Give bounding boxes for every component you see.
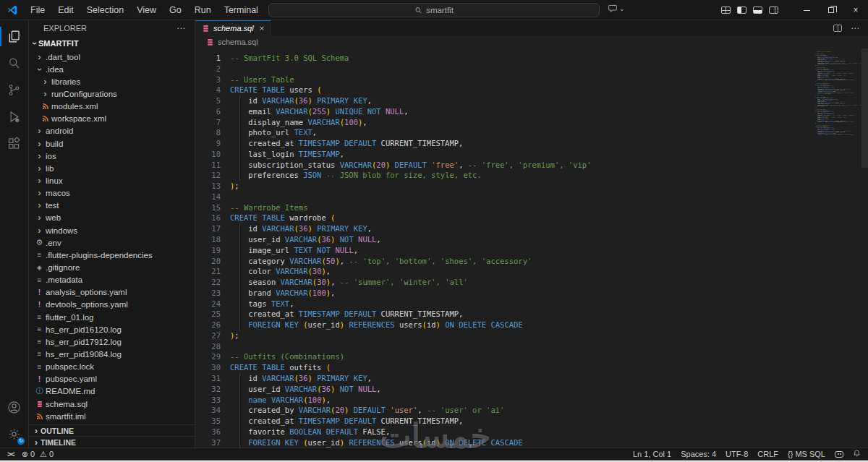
code-line[interactable]: 32 user_id VARCHAR(36) NOT NULL, (195, 384, 868, 395)
code-editor[interactable]: 1-- SmartFit 3.0 SQL Schema23-- Users Ta… (195, 48, 868, 448)
status-item--ms-sql[interactable]: {} MS SQL (788, 450, 825, 458)
code-line[interactable]: 5 id VARCHAR(36) PRIMARY KEY, (195, 95, 868, 106)
command-center-search[interactable]: smartfit (268, 3, 600, 17)
problems-indicator[interactable]: ⊗ 0 ⚠ 0 (22, 450, 54, 459)
code-line[interactable]: 33 name VARCHAR(100), (195, 395, 868, 406)
code-line[interactable]: 3-- Users Table (195, 74, 868, 85)
code-line[interactable]: 22 season VARCHAR(30), -- 'summer', 'win… (195, 277, 868, 288)
breadcrumb[interactable]: schema.sql (195, 35, 868, 48)
toggle-primary-sidebar-icon[interactable] (737, 7, 746, 14)
tree-item-runconfigurations[interactable]: ›runConfigurations (29, 87, 195, 100)
activity-settings-icon[interactable]: ↻ (0, 421, 28, 448)
toggle-secondary-sidebar-icon[interactable] (769, 7, 778, 14)
code-line[interactable]: 30CREATE TABLE outfits ( (195, 362, 868, 373)
code-line[interactable]: 36 favorite BOOLEAN DEFAULT FALSE, (195, 427, 868, 437)
tree-item-flutter-01-log[interactable]: ≡flutter_01.log (29, 311, 195, 323)
minimize-button[interactable] (794, 0, 819, 20)
tree-item-devtools-options-yaml[interactable]: !devtools_options.yaml (29, 299, 195, 311)
code-line[interactable]: 2 (195, 64, 868, 74)
tree-item--dart-tool[interactable]: ›.dart_tool (29, 51, 195, 63)
menu-item-selection[interactable]: Selection (80, 0, 130, 20)
menu-item-view[interactable]: View (130, 0, 163, 20)
workspace-root-folder[interactable]: › SMARTFIT (29, 36, 195, 51)
code-line[interactable]: 17 id VARCHAR(36) PRIMARY KEY, (195, 223, 868, 234)
status-item-utf-8[interactable]: UTF-8 (726, 450, 748, 458)
restore-button[interactable] (819, 0, 843, 20)
outline-section[interactable]: › OUTLINE (29, 424, 195, 436)
code-line[interactable]: 14 (195, 192, 868, 202)
code-line[interactable]: 35 created_at TIMESTAMP DEFAULT CURRENT_… (195, 416, 868, 427)
code-line[interactable]: 13); (195, 181, 868, 192)
tree-item-test[interactable]: ›test (29, 200, 195, 212)
close-button[interactable]: × (843, 0, 868, 20)
code-line[interactable]: 4CREATE TABLE users ( (195, 85, 868, 95)
activity-source-control-icon[interactable] (0, 77, 28, 103)
status-item-ln-1-col-1[interactable]: Ln 1, Col 1 (633, 450, 671, 458)
code-line[interactable]: 11 subscription_status VARCHAR(20) DEFAU… (195, 160, 868, 171)
code-line[interactable]: 31 id VARCHAR(36) PRIMARY KEY, (195, 373, 868, 384)
menu-item-go[interactable]: Go (163, 0, 188, 20)
code-line[interactable]: 29-- Outfits (Combinations) (195, 351, 868, 362)
tab-schema-sql[interactable]: schema.sql × (195, 20, 271, 35)
tree-item-build[interactable]: ›build (29, 137, 195, 150)
toggle-panel-icon[interactable] (753, 7, 762, 14)
code-line[interactable]: 18 user_id VARCHAR(36) NOT NULL, (195, 234, 868, 245)
tree-item-smartfit-iml[interactable]: smartfit.iml (29, 410, 195, 422)
customize-layout-icon[interactable] (721, 7, 731, 14)
tree-item-libraries[interactable]: ›libraries (29, 75, 195, 87)
status-item-crlf[interactable]: CRLF (757, 450, 778, 458)
tree-item-macos[interactable]: ›macos (29, 187, 195, 200)
code-line[interactable]: 20 category VARCHAR(50), -- 'top', 'bott… (195, 256, 868, 267)
code-line[interactable]: 16CREATE TABLE wardrobe ( (195, 213, 868, 223)
tab-close-icon[interactable]: × (260, 24, 264, 33)
code-line[interactable]: 12 preferences JSON -- JSON blob for siz… (195, 170, 868, 181)
code-line[interactable]: 25 created_at TIMESTAMP DEFAULT CURRENT_… (195, 309, 868, 320)
code-line[interactable]: 9 created_at TIMESTAMP DEFAULT CURRENT_T… (195, 138, 868, 149)
copilot-status-icon[interactable] (835, 451, 843, 458)
code-line[interactable]: 19 image_url TEXT NOT NULL, (195, 245, 868, 256)
tree-item--metadata[interactable]: ≡.metadata (29, 274, 195, 286)
tree-item-hs-err-pid16120-log[interactable]: ≡hs_err_pid16120.log (29, 323, 195, 335)
explorer-more-actions-icon[interactable]: ⋯ (176, 23, 186, 33)
tree-item-windows[interactable]: ›windows (29, 224, 195, 236)
code-line[interactable]: 7 display_name VARCHAR(100), (195, 117, 868, 128)
tree-item-schema-sql[interactable]: schema.sql (29, 398, 195, 410)
code-line[interactable]: 10 last_login TIMESTAMP, (195, 149, 868, 160)
split-editor-icon[interactable] (833, 25, 842, 32)
menu-item-edit[interactable]: Edit (51, 0, 80, 20)
code-line[interactable]: 6 email VARCHAR(255) UNIQUE NOT NULL, (195, 106, 868, 117)
activity-explorer-icon[interactable] (0, 23, 28, 50)
bell-icon[interactable] (853, 449, 861, 459)
tree-item--env[interactable]: ⚙.env (29, 236, 195, 249)
tree-item-android[interactable]: ›android (29, 125, 195, 137)
minimap[interactable]: -- SmartFit 3.0 SQL Schema-- Users Table… (815, 51, 861, 140)
code-line[interactable]: 24 tags TEXT, (195, 299, 868, 309)
code-line[interactable]: 34 created_by VARCHAR(20) DEFAULT 'user'… (195, 405, 868, 416)
code-line[interactable]: 37 FOREIGN KEY (user_id) REFERENCES user… (195, 437, 868, 448)
tree-item-hs-err-pid19084-log[interactable]: ≡hs_err_pid19084.log (29, 348, 195, 360)
tree-item--flutter-plugins-dependencies[interactable]: ≡.flutter-plugins-dependencies (29, 249, 195, 261)
tree-item-ios[interactable]: ›ios (29, 150, 195, 162)
menu-item-run[interactable]: Run (188, 0, 218, 20)
tree-item-readme-md[interactable]: ⓘREADME.md (29, 385, 195, 398)
activity-run-debug-icon[interactable] (0, 103, 28, 130)
tree-item-pubspec-lock[interactable]: ≡pubspec.lock (29, 361, 195, 373)
status-item-spaces-4[interactable]: Spaces: 4 (681, 450, 716, 458)
copilot-chat-button[interactable]: ⌄ (608, 4, 625, 13)
tree-item-web[interactable]: ›web (29, 212, 195, 224)
editor-more-actions-icon[interactable]: ⋯ (851, 23, 859, 33)
tree-item--gitignore[interactable]: ◈.gitignore (29, 261, 195, 273)
code-line[interactable]: 28 (195, 341, 868, 352)
activity-account-icon[interactable] (0, 394, 28, 421)
tree-item-analysis-options-yaml[interactable]: !analysis_options.yaml (29, 286, 195, 299)
code-line[interactable]: 21 color VARCHAR(30), (195, 266, 868, 277)
code-line[interactable]: 8 photo_url TEXT, (195, 127, 868, 138)
timeline-section[interactable]: › TIMELINE (29, 436, 195, 448)
activity-extensions-icon[interactable] (0, 130, 28, 157)
tree-item--idea[interactable]: ›.idea (29, 63, 195, 75)
code-line[interactable]: 1-- SmartFit 3.0 SQL Schema (195, 53, 868, 64)
code-line[interactable]: 15-- Wardrobe Items (195, 202, 868, 213)
code-line[interactable]: 26 FOREIGN KEY (user_id) REFERENCES user… (195, 320, 868, 330)
code-line[interactable]: 23 brand VARCHAR(100), (195, 288, 868, 299)
code-line[interactable]: 27); (195, 330, 868, 341)
